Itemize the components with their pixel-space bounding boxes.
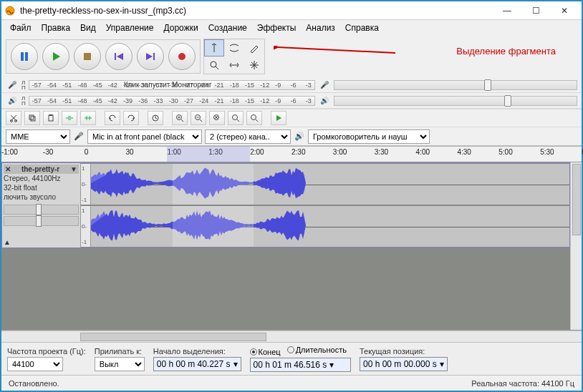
- sync-lock-button[interactable]: [148, 111, 163, 125]
- stop-button[interactable]: [74, 43, 101, 70]
- mic-device-icon: 🎤: [73, 132, 85, 141]
- copy-button[interactable]: [24, 111, 40, 125]
- mute-solo-label[interactable]: лючить звусоло: [4, 192, 79, 202]
- playback-meter[interactable]: -57-54-51-48-45-42-39-36-33-30-27-24-21-…: [29, 96, 315, 106]
- chevron-down-icon[interactable]: ▼: [70, 165, 77, 173]
- gain-slider[interactable]: [4, 205, 79, 215]
- recording-meter[interactable]: Клик запустит Мониторинг -57-54-51-48-45…: [29, 80, 315, 90]
- selection-end-field[interactable]: 00 h 01 m 46.516 s▾: [250, 358, 351, 372]
- menu-view[interactable]: Вид: [76, 21, 100, 34]
- svg-marker-8: [146, 53, 153, 60]
- app-window: the-pretty-reckless-no-sex-in-ussr_(mp3.…: [0, 0, 583, 392]
- fit-project-button[interactable]: [228, 111, 244, 125]
- menu-generate[interactable]: Создание: [204, 21, 251, 34]
- cut-button[interactable]: [6, 111, 21, 125]
- project-rate-label: Частота проекта (Гц):: [7, 347, 86, 356]
- speaker-slider-icon: 🔊: [318, 97, 331, 104]
- minimize-button[interactable]: —: [493, 2, 521, 19]
- maximize-button[interactable]: ☐: [521, 2, 550, 19]
- window-title: the-pretty-reckless-no-sex-in-ussr_(mp3.…: [20, 6, 493, 16]
- draw-tool[interactable]: [244, 39, 264, 57]
- collapse-track-icon[interactable]: ▲: [4, 238, 11, 246]
- amplitude-axis: 10--1: [81, 164, 91, 205]
- zoom-toggle-button[interactable]: [246, 111, 262, 125]
- amplitude-axis-2: 10--1: [81, 206, 91, 247]
- menu-file[interactable]: Файл: [6, 21, 36, 34]
- selection-start-group: Начало выделения: 00 h 00 m 40.227 s▾: [153, 347, 241, 371]
- svg-marker-6: [117, 53, 123, 60]
- svg-line-12: [278, 47, 395, 53]
- position-field[interactable]: 00 h 00 m 00.000 s▾: [360, 357, 448, 371]
- paste-button[interactable]: [43, 111, 59, 125]
- waveform-right[interactable]: 10--1: [81, 205, 569, 248]
- skip-end-button[interactable]: [137, 43, 164, 70]
- silence-button[interactable]: [80, 111, 96, 125]
- position-label: Текущая позиция:: [360, 347, 448, 356]
- waveform-area[interactable]: 10--1 10--1: [81, 163, 569, 248]
- close-track-icon[interactable]: ✕: [5, 165, 11, 173]
- meter-lr-icon-2: ЛП: [21, 96, 26, 106]
- menu-analyze[interactable]: Анализ: [302, 21, 339, 34]
- channels-combo[interactable]: 2 (стерео) кана..: [205, 129, 291, 144]
- audio-host-combo[interactable]: MME: [6, 129, 70, 144]
- play-at-speed-button[interactable]: [271, 111, 286, 125]
- svg-rect-18: [49, 114, 52, 116]
- envelope-tool[interactable]: [224, 39, 244, 57]
- timeline-ruler[interactable]: -1:00-300301:001:302:002:303:003:304:004…: [1, 147, 582, 162]
- pan-slider[interactable]: [4, 216, 79, 226]
- trim-button[interactable]: [62, 111, 77, 125]
- track-control-panel[interactable]: ✕ the-pretty-r ▼ Стерео, 44100Hz 32-bit …: [2, 163, 81, 248]
- menu-manage[interactable]: Управление: [102, 21, 158, 34]
- playback-volume-slider[interactable]: [334, 96, 577, 106]
- menu-edit[interactable]: Правка: [37, 21, 75, 34]
- selection-start-field[interactable]: 00 h 00 m 40.227 s▾: [153, 357, 241, 371]
- recording-meter-row: 🎤 ЛП Клик запустит Мониторинг -57-54-51-…: [1, 77, 582, 93]
- menu-tracks[interactable]: Дорожки: [160, 21, 203, 34]
- titlebar: the-pretty-reckless-no-sex-in-ussr_(mp3.…: [1, 1, 582, 20]
- svg-rect-17: [49, 115, 53, 121]
- skip-start-button[interactable]: [105, 43, 132, 70]
- fit-selection-button[interactable]: [209, 111, 225, 125]
- transport-toolbar: Выделение фрагмента: [1, 36, 582, 77]
- menu-effect[interactable]: Эффекты: [253, 21, 301, 34]
- waveform-left[interactable]: 10--1: [81, 163, 569, 205]
- svg-line-31: [237, 119, 239, 122]
- length-radio[interactable]: Длительность: [287, 346, 347, 354]
- end-radio[interactable]: Конец: [250, 348, 281, 356]
- redo-button[interactable]: [123, 111, 139, 125]
- undo-button[interactable]: [105, 111, 120, 125]
- edit-zoom-toolbar: [1, 109, 582, 127]
- record-button[interactable]: [168, 43, 196, 70]
- pause-button[interactable]: [11, 43, 38, 70]
- timeshift-tool[interactable]: [224, 57, 244, 74]
- playback-meter-row: 🔊 ЛП -57-54-51-48-45-42-39-36-33-30-27-2…: [1, 93, 582, 109]
- svg-rect-5: [115, 53, 116, 60]
- multi-tool[interactable]: [244, 57, 264, 74]
- speaker-device-icon: 🔊: [294, 132, 305, 141]
- close-button[interactable]: ✕: [550, 2, 579, 19]
- zoom-out-button[interactable]: [191, 111, 206, 125]
- svg-point-9: [178, 53, 186, 60]
- selection-tool[interactable]: [204, 39, 224, 57]
- input-device-combo[interactable]: Mic in at front panel (black: [87, 129, 202, 144]
- svg-point-10: [211, 62, 216, 67]
- svg-point-30: [233, 115, 238, 120]
- meter-lr-icon: ЛП: [21, 80, 26, 90]
- snap-combo[interactable]: Выкл: [95, 357, 145, 371]
- zoom-tool[interactable]: [204, 57, 224, 74]
- zoom-in-button[interactable]: [172, 111, 188, 125]
- device-toolbar: MME 🎤 Mic in at front panel (black 2 (ст…: [1, 127, 582, 146]
- playback-speed-slider[interactable]: [289, 112, 375, 124]
- transport-buttons: [6, 39, 201, 74]
- menu-help[interactable]: Справка: [341, 21, 383, 34]
- svg-point-13: [11, 120, 13, 122]
- recording-volume-slider[interactable]: [334, 80, 577, 90]
- vertical-scrollbar[interactable]: [570, 162, 582, 330]
- project-rate-combo[interactable]: 44100: [7, 357, 63, 371]
- svg-point-0: [6, 6, 14, 15]
- horizontal-scrollbar[interactable]: [1, 330, 582, 342]
- track-name-button[interactable]: ✕ the-pretty-r ▼: [4, 165, 79, 174]
- svg-line-21: [155, 118, 157, 119]
- play-button[interactable]: [42, 43, 69, 70]
- output-device-combo[interactable]: Громкоговоритель и науш: [308, 129, 430, 144]
